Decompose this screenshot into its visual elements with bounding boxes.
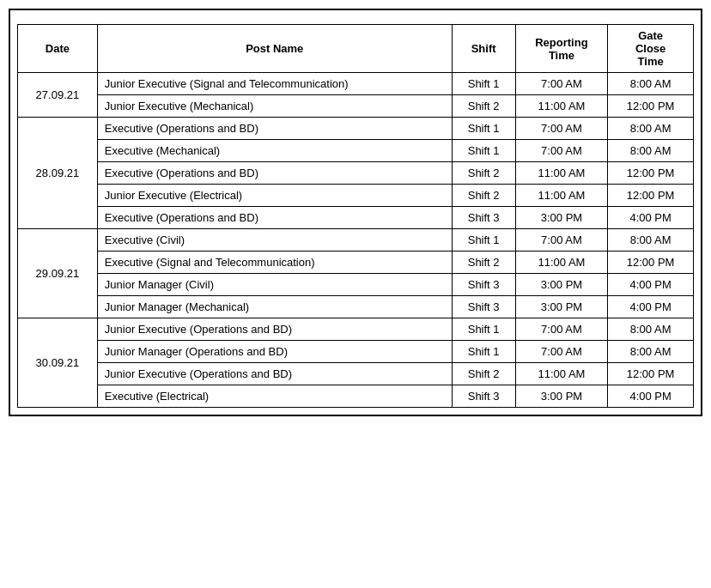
- shift-cell: Shift 3: [452, 296, 515, 318]
- gate-close-time-cell: 8:00 AM: [608, 140, 694, 162]
- reporting-time-cell: 11:00 AM: [515, 162, 608, 185]
- date-cell: 30.09.21: [18, 318, 98, 408]
- gate-close-time-cell: 12:00 PM: [608, 363, 694, 385]
- shift-cell: Shift 1: [452, 118, 515, 140]
- shift-cell: Shift 3: [452, 207, 515, 229]
- table-row: Junior Manager (Mechanical)Shift 33:00 P…: [18, 296, 694, 318]
- shift-cell: Shift 2: [452, 95, 515, 118]
- shift-cell: Shift 2: [452, 363, 515, 385]
- reporting-time-cell: 11:00 AM: [515, 363, 608, 385]
- col-reporting-time: ReportingTime: [515, 25, 608, 73]
- table-row: 28.09.21Executive (Operations and BD)Shi…: [18, 118, 694, 140]
- post-name-cell: Junior Manager (Civil): [97, 274, 452, 296]
- table-row: Junior Manager (Operations and BD)Shift …: [18, 341, 694, 363]
- reporting-time-cell: 7:00 AM: [515, 318, 608, 341]
- gate-close-time-cell: 8:00 AM: [608, 318, 694, 341]
- date-cell: 27.09.21: [18, 73, 98, 118]
- post-name-cell: Executive (Civil): [97, 229, 452, 252]
- gate-close-time-cell: 12:00 PM: [608, 95, 694, 118]
- reporting-time-cell: 3:00 PM: [515, 207, 608, 229]
- shift-cell: Shift 1: [452, 341, 515, 363]
- table-row: Executive (Electrical)Shift 33:00 PM4:00…: [18, 385, 694, 408]
- gate-close-time-cell: 4:00 PM: [608, 274, 694, 296]
- shift-cell: Shift 2: [452, 185, 515, 207]
- reporting-time-cell: 11:00 AM: [515, 95, 608, 118]
- post-name-cell: Executive (Electrical): [97, 385, 452, 408]
- post-name-cell: Junior Executive (Operations and BD): [97, 363, 452, 385]
- table-row: Executive (Operations and BD)Shift 33:00…: [18, 207, 694, 229]
- reporting-time-cell: 7:00 AM: [515, 73, 608, 95]
- table-row: Junior Executive (Mechanical)Shift 211:0…: [18, 95, 694, 118]
- post-name-cell: Junior Manager (Mechanical): [97, 296, 452, 318]
- table-row: Executive (Signal and Telecommunication)…: [18, 252, 694, 274]
- table-row: 30.09.21Junior Executive (Operations and…: [18, 318, 694, 341]
- shift-cell: Shift 1: [452, 73, 515, 95]
- col-gate-close-time: GateCloseTime: [608, 25, 694, 73]
- post-name-cell: Junior Executive (Electrical): [97, 185, 452, 207]
- col-post-name: Post Name: [97, 25, 452, 73]
- post-name-cell: Executive (Signal and Telecommunication): [97, 252, 452, 274]
- reporting-time-cell: 3:00 PM: [515, 296, 608, 318]
- post-name-cell: Executive (Operations and BD): [97, 118, 452, 140]
- reporting-time-cell: 7:00 AM: [515, 229, 608, 252]
- shift-cell: Shift 1: [452, 140, 515, 162]
- reporting-time-cell: 11:00 AM: [515, 185, 608, 207]
- table-row: Executive (Operations and BD)Shift 211:0…: [18, 162, 694, 185]
- post-name-cell: Junior Manager (Operations and BD): [97, 341, 452, 363]
- table-row: Junior Executive (Electrical)Shift 211:0…: [18, 185, 694, 207]
- post-name-cell: Executive (Operations and BD): [97, 162, 452, 185]
- reporting-time-cell: 3:00 PM: [515, 385, 608, 408]
- post-name-cell: Executive (Operations and BD): [97, 207, 452, 229]
- reporting-time-cell: 7:00 AM: [515, 118, 608, 140]
- gate-close-time-cell: 12:00 PM: [608, 162, 694, 185]
- gate-close-time-cell: 4:00 PM: [608, 385, 694, 408]
- table-row: Junior Executive (Operations and BD)Shif…: [18, 363, 694, 385]
- schedule-table: Date Post Name Shift ReportingTime GateC…: [17, 24, 694, 408]
- gate-close-time-cell: 8:00 AM: [608, 341, 694, 363]
- table-row: 27.09.21Junior Executive (Signal and Tel…: [18, 73, 694, 95]
- shift-cell: Shift 2: [452, 162, 515, 185]
- post-name-cell: Junior Executive (Signal and Telecommuni…: [97, 73, 452, 95]
- col-shift: Shift: [452, 25, 515, 73]
- shift-cell: Shift 3: [452, 274, 515, 296]
- date-cell: 28.09.21: [18, 118, 98, 229]
- table-row: Junior Manager (Civil)Shift 33:00 PM4:00…: [18, 274, 694, 296]
- post-name-cell: Junior Executive (Mechanical): [97, 95, 452, 118]
- table-header-row: Date Post Name Shift ReportingTime GateC…: [18, 25, 694, 73]
- table-row: Executive (Mechanical)Shift 17:00 AM8:00…: [18, 140, 694, 162]
- reporting-time-cell: 3:00 PM: [515, 274, 608, 296]
- date-cell: 29.09.21: [18, 229, 98, 318]
- post-name-cell: Executive (Mechanical): [97, 140, 452, 162]
- reporting-time-cell: 11:00 AM: [515, 252, 608, 274]
- shift-cell: Shift 1: [452, 318, 515, 341]
- shift-cell: Shift 3: [452, 385, 515, 408]
- gate-close-time-cell: 12:00 PM: [608, 185, 694, 207]
- gate-close-time-cell: 8:00 AM: [608, 73, 694, 95]
- shift-cell: Shift 1: [452, 229, 515, 252]
- post-name-cell: Junior Executive (Operations and BD): [97, 318, 452, 341]
- reporting-time-cell: 7:00 AM: [515, 341, 608, 363]
- gate-close-time-cell: 8:00 AM: [608, 118, 694, 140]
- gate-close-time-cell: 4:00 PM: [608, 207, 694, 229]
- shift-cell: Shift 2: [452, 252, 515, 274]
- col-date: Date: [18, 25, 98, 73]
- gate-close-time-cell: 4:00 PM: [608, 296, 694, 318]
- reporting-time-cell: 7:00 AM: [515, 140, 608, 162]
- table-row: 29.09.21Executive (Civil)Shift 17:00 AM8…: [18, 229, 694, 252]
- page-container: Date Post Name Shift ReportingTime GateC…: [9, 9, 702, 416]
- gate-close-time-cell: 8:00 AM: [608, 229, 694, 252]
- gate-close-time-cell: 12:00 PM: [608, 252, 694, 274]
